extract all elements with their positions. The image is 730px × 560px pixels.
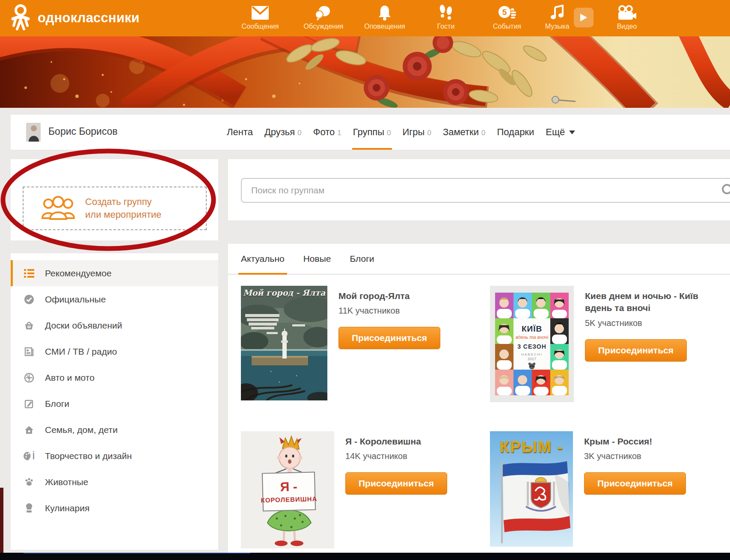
cover-year-text: 2017 (528, 357, 536, 361)
left-edge-strip (0, 488, 3, 553)
cover-title-text: КРЫМ - (490, 438, 573, 456)
sidebar-item-art-design[interactable]: Творчество и дизайн (11, 443, 218, 469)
group-info: Крым - Россия! 3K участников Присоединит… (584, 431, 686, 548)
group-title[interactable]: Крым - Россия! (584, 436, 686, 447)
music-note-icon (550, 4, 564, 22)
create-group-label: Создать группу или мероприятие (85, 196, 161, 221)
cover-sign-line1: Я - (280, 480, 297, 493)
cover-season-text: 3 СЕЗОН (517, 343, 546, 350)
list-icon (24, 268, 35, 279)
footprints-icon (439, 4, 453, 22)
tab-blogs[interactable]: Блоги (350, 244, 374, 274)
nav-messages[interactable]: Сообщения (232, 0, 288, 36)
group-cover-image[interactable]: КИЇВ вдень та вночі 3 СЕЗОН НАВЕСНІ 2017 (490, 286, 574, 402)
tab-photos[interactable]: Фото1 (313, 115, 341, 150)
sidebar-item-classifieds[interactable]: Доски объявлений (11, 312, 218, 338)
join-button[interactable]: Присоединиться (345, 472, 447, 495)
group-cover-image[interactable]: Мой город - Ялта (241, 286, 327, 400)
verified-check-icon (24, 294, 35, 305)
create-group-panel: Создать группу или мероприятие (11, 159, 218, 240)
basket-icon (24, 320, 35, 331)
nav-label: Обсуждения (304, 23, 344, 30)
ok-logo[interactable]: одноклассники (9, 4, 139, 32)
palette-icon (24, 450, 35, 462)
video-promo-icon[interactable] (574, 8, 593, 27)
house-icon (24, 424, 35, 436)
cover-sign-line2: КОРОЛЕВИШНА (261, 495, 317, 504)
nav-label: Сообщения (242, 23, 279, 30)
group-people-icon (41, 196, 76, 221)
brand-name: одноклассники (38, 10, 139, 26)
chat-icon (314, 4, 333, 22)
avatar[interactable] (26, 123, 41, 142)
group-title[interactable]: Киев днем и ночью - Київ вдень та вночі (585, 290, 705, 314)
tab-actual[interactable]: Актуально (241, 244, 285, 274)
sidebar-item-family-home-kids[interactable]: Семья, дом, дети (11, 417, 218, 443)
odnoklassniki-groups-page: одноклассники Сообщения Обсуждения (0, 0, 730, 560)
content-tabs: Актуально Новые Блоги (228, 244, 730, 275)
group-search-panel (228, 159, 730, 220)
search-icon[interactable] (721, 183, 730, 199)
create-group-button[interactable]: Создать группу или мероприятие (23, 187, 207, 230)
join-button[interactable]: Присоединиться (584, 472, 686, 495)
tab-more[interactable]: Ещё (546, 115, 575, 150)
join-button[interactable]: Присоединиться (585, 339, 687, 361)
groups-content-panel: Актуально Новые Блоги (228, 244, 730, 553)
group-info: Мой город-Ялта 11K участников Присоедини… (338, 286, 440, 402)
raccoon-icon (526, 362, 537, 370)
cover-title-text: КИЇВ (522, 324, 542, 334)
group-cover-image[interactable]: КРЫМ - (490, 431, 573, 547)
group-members-count: 3K участников (584, 451, 686, 461)
ok-person-icon (9, 4, 32, 32)
cover-caption-text: Мой город - Ялта (241, 288, 327, 297)
chevron-down-icon (569, 130, 575, 134)
nav-label: События (493, 23, 521, 30)
sidebar-item-auto-moto[interactable]: Авто и мото (11, 364, 218, 391)
tab-feed[interactable]: Лента (227, 115, 253, 150)
group-card-yalta: Мой город - Ялта Мой город-Ялта 11K учас… (241, 286, 474, 402)
group-info: Я - Королевишна 14K участников Присоедин… (345, 431, 447, 548)
cover-date-text: НАВЕСНІ (521, 353, 543, 356)
group-card-crimea: КРЫМ - Крым - Россия! 3K участников Прис… (490, 431, 724, 548)
top-navigation-bar: одноклассники Сообщения Обсуждения (0, 0, 730, 36)
nav-label: Видео (617, 23, 637, 30)
envelope-icon (252, 4, 269, 22)
join-button[interactable]: Присоединиться (338, 327, 440, 349)
profile-header: Борис Борисов Лента Друзья0 Фото1 Группы… (11, 115, 730, 150)
bottom-blue-line (24, 553, 250, 554)
nav-label: Гости (437, 23, 455, 30)
tab-friends[interactable]: Друзья0 (264, 115, 302, 150)
bottom-black-bar (0, 553, 730, 560)
nav-guests[interactable]: Гости (418, 0, 474, 36)
tab-groups[interactable]: Группы0 (353, 115, 391, 150)
group-info: Киев днем и ночью - Київ вдень та вночі … (585, 286, 705, 402)
nav-video[interactable]: Видео (599, 0, 655, 36)
group-members-count: 11K участников (338, 306, 440, 316)
cover-sign: Я - КОРОЛЕВИШНА (262, 471, 316, 511)
wheel-icon (24, 372, 35, 383)
group-title[interactable]: Я - Королевишна (345, 436, 447, 447)
tab-games[interactable]: Игры0 (403, 115, 431, 150)
group-cover-image[interactable]: Я - КОРОЛЕВИШНА (241, 431, 334, 548)
profile-tabs: Лента Друзья0 Фото1 Группы0 Игры0 Заметк… (227, 115, 575, 150)
profile-name[interactable]: Борис Борисов (48, 126, 118, 137)
tab-new[interactable]: Новые (303, 244, 331, 274)
victory-day-banner (0, 36, 730, 108)
group-title[interactable]: Мой город-Ялта (338, 290, 440, 302)
sidebar-item-animals[interactable]: Животные (11, 469, 218, 495)
events-icon: 5 (498, 4, 516, 22)
tab-notes[interactable]: Заметки0 (443, 115, 486, 150)
sidebar-item-official[interactable]: Официальные (11, 286, 218, 312)
sidebar-item-media-tv-radio[interactable]: СМИ / ТВ / радио (11, 338, 218, 364)
video-camera-icon (617, 4, 637, 22)
nav-notifications[interactable]: Оповещения (357, 0, 412, 36)
sidebar-item-recommended[interactable]: Рекомендуемое (11, 260, 218, 286)
sidebar-item-blogs[interactable]: Блоги (11, 391, 218, 417)
search-input[interactable] (241, 178, 730, 203)
group-members-count: 5K участников (585, 318, 705, 328)
nav-events[interactable]: 5 События (479, 0, 535, 36)
sidebar-item-cooking[interactable]: Кулинария (11, 495, 218, 521)
nav-discussions[interactable]: Обсуждения (296, 0, 351, 36)
cover-subtitle-text: вдень та вночі (516, 335, 548, 340)
tab-gifts[interactable]: Подарки (497, 115, 534, 150)
